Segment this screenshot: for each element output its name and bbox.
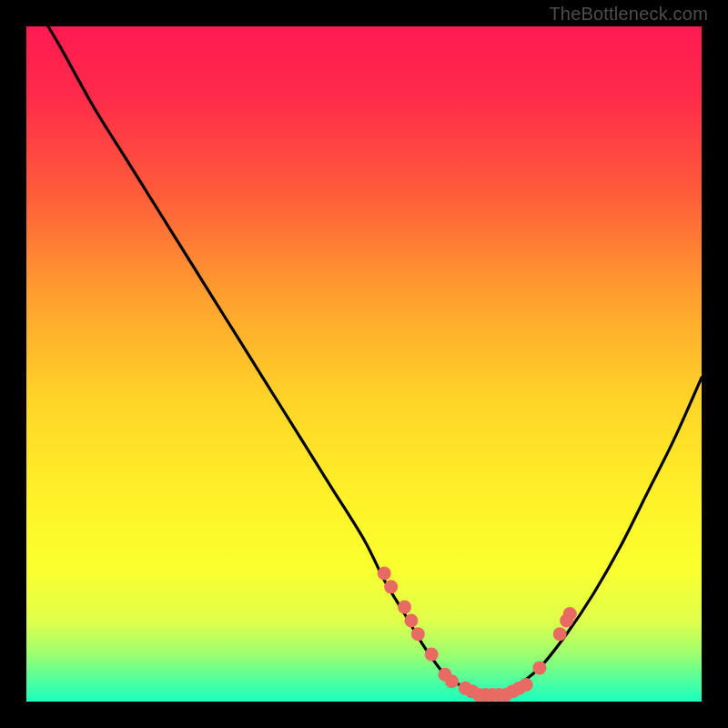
scatter-dot bbox=[425, 648, 439, 662]
scatter-dot bbox=[532, 661, 546, 674]
scatter-dot bbox=[520, 678, 533, 692]
scatter-dots bbox=[378, 567, 577, 703]
scatter-dot bbox=[445, 674, 459, 688]
scatter-dot bbox=[384, 580, 398, 593]
bottleneck-curve bbox=[40, 13, 702, 695]
scatter-dot bbox=[398, 601, 411, 614]
attribution-text: TheBottleneck.com bbox=[549, 4, 708, 25]
scatter-dot bbox=[404, 613, 418, 627]
scatter-dot bbox=[411, 627, 425, 641]
scatter-dot bbox=[553, 627, 567, 641]
chart-overlay bbox=[26, 26, 702, 702]
scatter-dot bbox=[378, 567, 391, 581]
scatter-dot bbox=[563, 607, 577, 621]
